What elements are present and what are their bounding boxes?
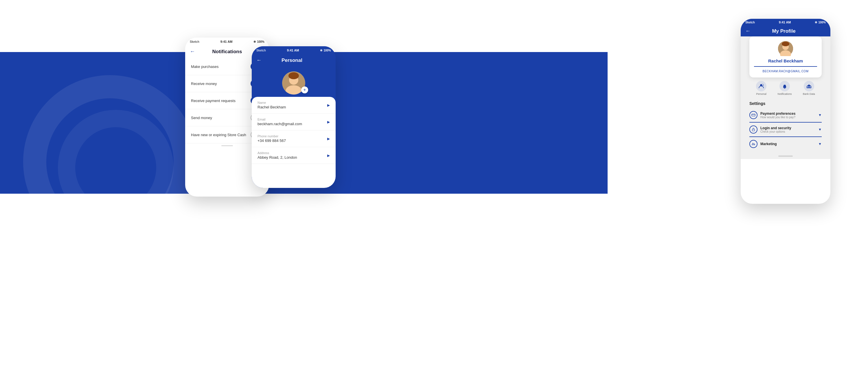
- home-indicator: [778, 156, 793, 157]
- battery-label-personal: 100%: [323, 49, 331, 52]
- bottom-indicator-area: [745, 153, 826, 159]
- nav-bank-data[interactable]: Bank Data: [803, 81, 815, 95]
- status-bar-profile: Sketch 9:41 AM ✻ 100%: [741, 19, 830, 26]
- security-icon: [749, 126, 757, 134]
- avatar-container: +: [252, 67, 336, 97]
- svg-rect-17: [752, 129, 754, 131]
- nav-personal[interactable]: Personal: [756, 81, 767, 95]
- marketing-icon: [749, 140, 757, 148]
- svg-rect-11: [783, 85, 786, 86]
- battery-icons-profile: ✻ 100%: [815, 21, 826, 24]
- profile-nav-icons: Personal Notifications: [745, 77, 826, 99]
- battery-icons-personal: ✻ 100%: [320, 49, 331, 52]
- field-value-address: Abbey Road, 2, London: [257, 155, 297, 160]
- payment-title: Payment preferences: [761, 111, 815, 115]
- profile-user-name: Rachel Beckham: [754, 58, 817, 63]
- notifications-title: Notifications: [198, 49, 256, 55]
- svg-rect-14: [809, 86, 809, 88]
- decorative-circle-2: [58, 110, 174, 226]
- time-label-profile: 9:41 AM: [779, 21, 791, 24]
- marketing-chevron: ▼: [818, 142, 822, 146]
- payment-icon: [749, 111, 757, 119]
- marketing-title: Marketing: [761, 142, 815, 146]
- nav-notifications[interactable]: Notifications: [777, 81, 792, 95]
- svg-rect-10: [783, 86, 786, 88]
- field-arrow-email: ▶: [327, 120, 330, 124]
- field-address[interactable]: Address Abbey Road, 2, London ▶: [252, 147, 336, 164]
- notif-label-1: Receive money: [191, 81, 217, 86]
- field-arrow-phone: ▶: [327, 137, 330, 141]
- field-arrow-name: ▶: [327, 103, 330, 107]
- time-label-personal: 9:41 AM: [287, 48, 299, 52]
- profile-user-email: BECKHAM.RACH@GMAIL.COM: [754, 70, 817, 73]
- svg-rect-13: [807, 86, 808, 88]
- status-bar-personal: Sketch 9:41 AM ✻ 100%: [252, 46, 336, 54]
- security-title: Login and security: [761, 126, 815, 130]
- battery-label: 100%: [257, 40, 265, 43]
- time-label: 9:41 AM: [220, 40, 232, 43]
- field-name[interactable]: Name Rachel Beckham ▶: [252, 97, 336, 113]
- profile-card: Rachel Beckham BECKHAM.RACH@GMAIL.COM: [749, 36, 822, 77]
- personal-title: Personal: [261, 58, 322, 63]
- add-photo-button[interactable]: +: [301, 87, 308, 93]
- field-value-name: Rachel Beckham: [257, 105, 286, 109]
- notif-label-3: Send money: [191, 115, 212, 120]
- notifications-icon: [779, 81, 790, 91]
- personal-content: Name Rachel Beckham ▶ Email beckham.rach…: [252, 97, 336, 188]
- status-bar-notifications: Sketch 9:41 AM ✻ 100%: [185, 38, 269, 46]
- settings-title: Settings: [749, 101, 822, 106]
- back-button-profile[interactable]: ←: [745, 28, 750, 34]
- settings-login-security[interactable]: Login and security Check your options ▼: [749, 123, 822, 137]
- nav-bank-data-label: Bank Data: [803, 93, 815, 95]
- bank-data-icon: [804, 81, 814, 91]
- field-label-address: Address: [257, 151, 297, 155]
- battery-label-profile: 100%: [818, 21, 826, 24]
- phone-profile: Sketch 9:41 AM ✻ 100% ← My Profile: [741, 19, 830, 204]
- field-label-email: Email: [257, 118, 302, 121]
- phone-personal: Sketch 9:41 AM ✻ 100% ← Personal +: [252, 46, 336, 188]
- field-label-name: Name: [257, 101, 286, 104]
- notif-label-2: Receive payment requests: [191, 99, 236, 103]
- personal-icon: [756, 81, 767, 91]
- back-button-personal[interactable]: ←: [256, 57, 261, 63]
- svg-point-7: [782, 42, 789, 46]
- notif-label-4: Have new or expiring Store Cash: [191, 133, 246, 137]
- payment-subtitle: How would you like to pay?: [761, 115, 815, 119]
- settings-section: Settings Payment preferences How would y…: [745, 99, 826, 153]
- personal-header: ← Personal: [252, 54, 336, 67]
- field-value-phone: +34 699 884 567: [257, 138, 286, 143]
- scroll-indicator: [221, 145, 233, 146]
- field-value-email: beckham.rach@gmail.com: [257, 122, 302, 126]
- profile-title: My Profile: [750, 28, 817, 34]
- profile-avatar: [778, 41, 793, 56]
- signal-label: Sketch: [190, 40, 199, 43]
- svg-point-3: [288, 72, 299, 79]
- settings-marketing[interactable]: Marketing ▼: [749, 137, 822, 151]
- field-email[interactable]: Email beckham.rach@gmail.com ▶: [252, 113, 336, 130]
- security-text: Login and security Check your options: [761, 126, 815, 133]
- payment-text: Payment preferences How would you like t…: [761, 111, 815, 119]
- battery-icons: ✻ 100%: [253, 40, 265, 43]
- profile-top-bg: Sketch 9:41 AM ✻ 100% ← My Profile: [741, 19, 830, 38]
- svg-rect-16: [752, 114, 755, 116]
- nav-notifications-label: Notifications: [777, 93, 792, 95]
- security-chevron: ▼: [818, 128, 822, 132]
- signal-label-profile: Sketch: [745, 21, 755, 24]
- payment-chevron: ▼: [818, 113, 822, 117]
- bluetooth-icon-personal: ✻: [320, 49, 322, 52]
- back-button[interactable]: ←: [190, 48, 195, 55]
- bluetooth-icon: ✻: [253, 40, 256, 43]
- marketing-text: Marketing: [761, 142, 815, 146]
- signal-label-personal: Sketch: [256, 49, 266, 52]
- nav-personal-label: Personal: [756, 93, 767, 95]
- svg-rect-15: [810, 86, 811, 88]
- security-subtitle: Check your options: [761, 130, 815, 133]
- bluetooth-icon-profile: ✻: [815, 21, 817, 24]
- field-arrow-address: ▶: [327, 154, 330, 158]
- notif-label-0: Make purchases: [191, 64, 218, 69]
- profile-divider: [754, 66, 817, 67]
- settings-payment-preferences[interactable]: Payment preferences How would you like t…: [749, 108, 822, 123]
- field-phone[interactable]: Phone number +34 699 884 567 ▶: [252, 130, 336, 147]
- field-label-phone: Phone number: [257, 134, 286, 138]
